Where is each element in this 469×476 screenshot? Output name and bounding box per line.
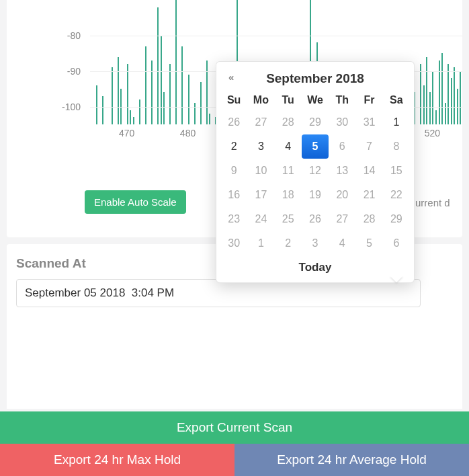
date-picker-popover: « September 2018 SuMoTuWeThFrSa262728293… [216,61,415,283]
calendar-day[interactable]: 27 [247,110,274,134]
weekday-header: Th [329,91,355,110]
calendar-day[interactable]: 14 [355,159,382,183]
calendar-day[interactable]: 27 [329,207,355,231]
scanned-at-input[interactable] [16,279,421,307]
calendar-day[interactable]: 4 [329,231,355,255]
weekday-header: Sa [383,91,410,110]
calendar-day[interactable]: 17 [247,183,274,207]
x-axis-tick: 520 [425,128,440,138]
today-button[interactable]: Today [220,255,410,277]
calendar-day[interactable]: 4 [275,134,302,159]
calendar-day[interactable]: 2 [275,231,302,255]
weekday-header: Tu [275,91,302,110]
calendar-day[interactable]: 26 [220,110,247,134]
calendar-day[interactable]: 30 [329,110,355,134]
calendar-day[interactable]: 5 [355,231,382,255]
prev-month-button[interactable]: « [228,71,234,83]
calendar-day[interactable]: 9 [220,159,247,183]
calendar-day[interactable]: 6 [383,231,410,255]
calendar-day[interactable]: 21 [355,183,382,207]
calendar-day[interactable]: 5 [302,134,329,159]
calendar-day[interactable]: 11 [275,159,302,183]
calendar-day[interactable]: 1 [383,110,410,134]
calendar-day[interactable]: 26 [302,207,329,231]
calendar-day[interactable]: 29 [302,110,329,134]
weekday-header: We [302,91,329,110]
calendar-day[interactable]: 19 [302,183,329,207]
export-buttons: Export Current Scan Export 24 hr Max Hol… [0,411,469,476]
calendar-day[interactable]: 18 [275,183,302,207]
y-axis-tick: -100 [62,102,81,112]
weekday-header: Fr [355,91,382,110]
calendar-day[interactable]: 12 [302,159,329,183]
calendar-day[interactable]: 8 [383,134,410,159]
calendar-day[interactable]: 3 [247,134,274,159]
calendar-day[interactable]: 24 [247,207,274,231]
x-axis-tick: 480 [180,128,196,138]
calendar-day[interactable]: 10 [247,159,274,183]
weekday-header: Su [220,91,247,110]
calendar-day[interactable]: 1 [247,231,274,255]
calendar-day[interactable]: 28 [275,110,302,134]
calendar-day[interactable]: 13 [329,159,355,183]
calendar-day[interactable]: 29 [383,207,410,231]
calendar-day[interactable]: 30 [220,231,247,255]
month-year-label[interactable]: September 2018 [266,71,364,86]
calendar-day[interactable]: 3 [302,231,329,255]
calendar-day[interactable]: 23 [220,207,247,231]
legend-truncated-text: urrent d [415,197,456,208]
y-axis-tick: -80 [67,30,81,41]
x-axis-tick: 470 [119,128,134,138]
weekday-header: Mo [247,91,274,110]
export-current-scan-button[interactable]: Export Current Scan [0,411,469,444]
calendar-day[interactable]: 6 [329,134,355,159]
calendar-day[interactable]: 25 [275,207,302,231]
calendar-day[interactable]: 20 [329,183,355,207]
date-picker-header: « September 2018 [220,69,410,91]
calendar-day[interactable]: 15 [383,159,410,183]
calendar-day[interactable]: 28 [355,207,382,231]
calendar-day[interactable]: 22 [383,183,410,207]
export-max-hold-button[interactable]: Export 24 hr Max Hold [0,444,234,476]
calendar-day[interactable]: 31 [355,110,382,134]
y-axis-tick: -90 [67,66,81,77]
calendar-day[interactable]: 7 [355,134,382,159]
export-avg-hold-button[interactable]: Export 24 hr Average Hold [234,444,469,476]
enable-auto-scale-button[interactable]: Enable Auto Scale [85,190,186,214]
calendar-day[interactable]: 2 [220,134,247,159]
calendar-day[interactable]: 16 [220,183,247,207]
